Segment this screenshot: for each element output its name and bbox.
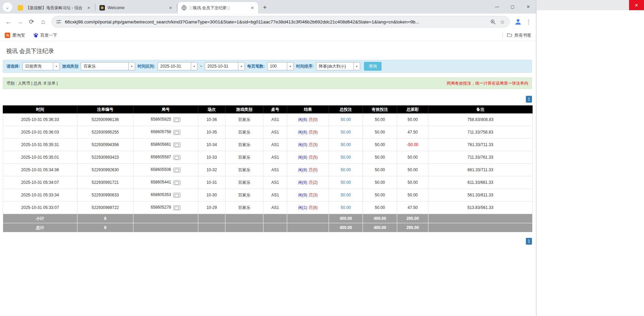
total-bet-link[interactable]: 50.00 bbox=[341, 180, 351, 185]
query-button[interactable]: 查询 bbox=[364, 62, 382, 71]
chevron-down-icon[interactable]: ▼ bbox=[238, 63, 244, 70]
result-player: 闲(1) bbox=[298, 205, 307, 210]
cell-time: 2025-10-31 05:36:03 bbox=[3, 126, 77, 139]
round-video-icon[interactable] bbox=[173, 117, 181, 122]
zoom-icon[interactable] bbox=[488, 17, 498, 27]
time-sort-value[interactable]: 降幂(由大到小) bbox=[316, 63, 353, 70]
profile-avatar-icon[interactable] bbox=[512, 16, 524, 28]
new-tab-button[interactable]: + bbox=[260, 3, 270, 12]
bookmark-label: 百度一下 bbox=[40, 33, 57, 38]
bookmark-taobao[interactable]: 淘 爱淘宝 bbox=[5, 33, 25, 38]
cell-round-id: 658605353 bbox=[133, 189, 198, 201]
round-video-icon[interactable] bbox=[173, 168, 181, 173]
total-bet-link[interactable]: 50.00 bbox=[341, 168, 351, 172]
cell-note: 761.33/711.33 bbox=[428, 139, 533, 151]
total-bet-link[interactable]: 50.00 bbox=[341, 130, 351, 135]
header-round-id: 局号 bbox=[133, 106, 198, 113]
address-bar[interactable]: 66cxkj98.com/ipl/portal.php/game/betreco… bbox=[52, 16, 510, 28]
date-from-select[interactable]: 2025-10-31 ▼ bbox=[158, 62, 198, 70]
cell-session: 10-33 bbox=[198, 151, 225, 164]
total-bet-link[interactable]: 50.00 bbox=[341, 205, 351, 210]
result-player: 闲(9) bbox=[298, 193, 307, 197]
tab-haiyan-forum[interactable]: 【新提醒】海燕策略论坛 - 综合 × bbox=[14, 2, 94, 14]
bookmark-star-icon[interactable]: ☆ bbox=[498, 17, 507, 27]
table-row: 2025-10-31 05:34:36 522930992630 6586055… bbox=[3, 164, 533, 176]
query-type-value[interactable]: 日期查询 bbox=[23, 63, 53, 70]
chevron-down-icon[interactable]: ▼ bbox=[191, 63, 197, 70]
query-type-select[interactable]: 日期查询 ▼ bbox=[22, 62, 60, 70]
date-to-value[interactable]: 2025-10-31 bbox=[205, 63, 238, 70]
round-video-icon[interactable] bbox=[173, 180, 181, 185]
date-from-value[interactable]: 2025-10-31 bbox=[158, 63, 191, 70]
back-button[interactable]: ← bbox=[3, 16, 14, 28]
chevron-down-icon[interactable]: ▼ bbox=[353, 63, 360, 70]
folder-icon bbox=[507, 33, 512, 38]
forward-button[interactable]: → bbox=[14, 16, 26, 28]
cell-round-id: 658605278 bbox=[133, 201, 198, 214]
tab-search-button[interactable]: ⌄ bbox=[3, 2, 12, 12]
round-video-icon[interactable] bbox=[173, 193, 181, 198]
pagination-page-1[interactable]: 1 bbox=[526, 96, 532, 103]
game-type-value[interactable]: 百家乐 bbox=[81, 63, 128, 70]
result-banker: 庄(0) bbox=[309, 117, 318, 122]
cell-total-bet: 50.00 bbox=[329, 151, 363, 164]
home-button[interactable]: ⌂ bbox=[37, 16, 49, 28]
pagination-page-1[interactable]: 1 bbox=[526, 238, 532, 245]
cell-table-no: AS1 bbox=[263, 201, 287, 214]
total-bet-link[interactable]: 50.00 bbox=[341, 155, 351, 160]
round-video-icon[interactable] bbox=[173, 205, 181, 210]
result-player: 闲(8) bbox=[298, 168, 307, 172]
chevron-down-icon[interactable]: ▼ bbox=[287, 63, 293, 70]
cell-game-type: 百家乐 bbox=[225, 189, 263, 201]
round-video-icon[interactable] bbox=[173, 130, 181, 135]
tab-close-icon[interactable]: × bbox=[250, 5, 255, 11]
round-video-icon[interactable] bbox=[173, 142, 181, 147]
cell-round-id: 658605506 bbox=[133, 164, 198, 176]
header-time: 时间 bbox=[3, 106, 77, 113]
close-button[interactable]: ✕ bbox=[520, 0, 536, 14]
chevron-down-icon[interactable]: ▼ bbox=[128, 63, 135, 70]
cell-time: 2025-10-31 05:35:31 bbox=[3, 139, 77, 151]
total-bet-link[interactable]: 50.00 bbox=[341, 117, 351, 122]
time-sort-select[interactable]: 降幂(由大到小) ▼ bbox=[316, 62, 360, 70]
total-bet-link[interactable]: 50.00 bbox=[341, 142, 351, 147]
cell-round-id: 658605825 bbox=[133, 113, 198, 126]
tab-welcome[interactable]: Welcome × bbox=[96, 2, 176, 14]
cell-result: 闲(0)庄(3) bbox=[287, 139, 329, 151]
tab-close-icon[interactable]: × bbox=[168, 5, 173, 11]
site-settings-icon[interactable] bbox=[56, 19, 61, 24]
minimize-button[interactable]: — bbox=[489, 0, 505, 14]
page-size-select[interactable]: 100 ▼ bbox=[267, 62, 294, 70]
bookmark-baidu[interactable]: 百度一下 bbox=[33, 32, 57, 39]
round-id-text: 658605506 bbox=[151, 167, 171, 172]
subtotal-total-bet: 400.00 bbox=[329, 214, 363, 223]
result-player: 闲(8) bbox=[298, 155, 307, 160]
cell-game-type: 百家乐 bbox=[225, 151, 263, 164]
tab-close-icon[interactable]: × bbox=[86, 5, 92, 11]
tab-bet-records-active[interactable]: :::视讯 会员下注纪录::: × bbox=[178, 2, 258, 14]
round-video-icon[interactable] bbox=[173, 155, 181, 160]
total-bet-link[interactable]: 50.00 bbox=[341, 193, 351, 197]
url-text[interactable]: 66cxkj98.com/ipl/portal.php/game/betreco… bbox=[65, 19, 488, 24]
range-tilde: ~ bbox=[200, 64, 202, 69]
cell-session: 10-36 bbox=[198, 113, 225, 126]
maximize-button[interactable]: ▢ bbox=[505, 0, 520, 14]
chevron-down-icon[interactable]: ▼ bbox=[53, 63, 59, 70]
page-size-value[interactable]: 100 bbox=[268, 63, 287, 70]
cell-total-bet: 50.00 bbox=[329, 201, 363, 214]
round-id-text: 658605441 bbox=[151, 180, 171, 185]
tab-strip: ⌄ 【新提醒】海燕策略论坛 - 综合 × Welcome × :::视讯 会员下… bbox=[0, 0, 536, 14]
background-close-button[interactable]: ✕ bbox=[629, 0, 644, 10]
game-type-select[interactable]: 百家乐 ▼ bbox=[81, 62, 135, 70]
browser-menu-icon[interactable]: ⋮ bbox=[524, 16, 533, 28]
all-bookmarks-button[interactable]: 所有书签 bbox=[507, 33, 531, 38]
grand-total-row: 总计 8 400.00 400.00 295.00 bbox=[3, 223, 533, 232]
cell-valid-bet: 50.00 bbox=[363, 113, 397, 126]
total-payout: 295.00 bbox=[397, 223, 428, 232]
date-to-select[interactable]: 2025-10-31 ▼ bbox=[205, 62, 245, 70]
cell-valid-bet: 50.00 bbox=[363, 189, 397, 201]
cell-result: 闲(9)庄(2) bbox=[287, 176, 329, 189]
cell-result: 闲(1)庄(8) bbox=[287, 201, 329, 214]
cell-total-bet: 50.00 bbox=[329, 126, 363, 139]
reload-button[interactable]: ⟳ bbox=[26, 16, 37, 28]
